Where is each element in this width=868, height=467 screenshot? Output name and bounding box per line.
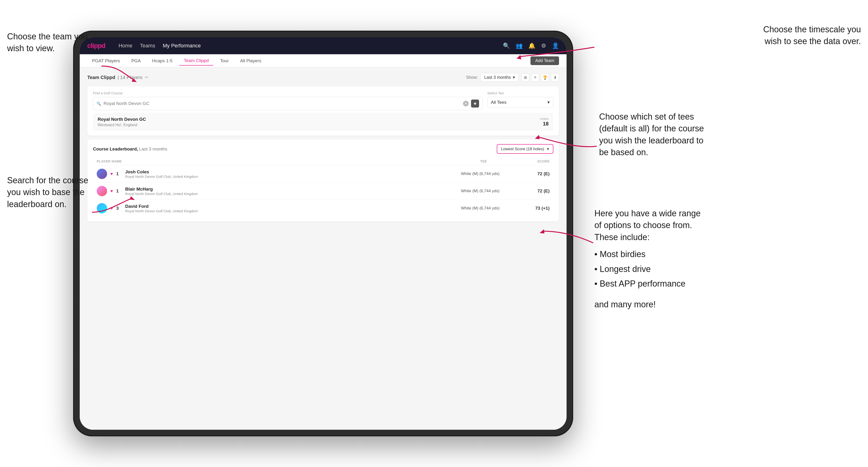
col-tee-header: TEE: [451, 159, 517, 163]
tablet-frame: clippd Home Teams My Performance 🔍 👥 🔔 ⚙…: [73, 31, 573, 436]
team-count: | 14 Players: [118, 75, 143, 80]
option-birdies: Most birdies: [594, 247, 701, 261]
rank: 1: [116, 171, 122, 177]
favorite-icon[interactable]: ♥: [111, 206, 113, 211]
show-label: Show:: [466, 75, 478, 80]
nav-teams[interactable]: Teams: [140, 43, 155, 49]
player-club: Royal North Devon Golf Club, United King…: [125, 209, 444, 213]
col-player-header: PLAYER NAME: [97, 159, 451, 163]
profile-icon[interactable]: 👤: [552, 42, 559, 49]
player-club: Royal North Devon Golf Club, United King…: [125, 175, 444, 179]
bell-icon[interactable]: 🔔: [528, 42, 535, 49]
team-name: Team Clippd: [87, 75, 115, 80]
show-controls: Show: Last 3 months ▾ ⊞ ≡ 🏆 ⬇: [466, 73, 559, 82]
show-select[interactable]: Last 3 months ▾: [481, 73, 519, 82]
option-drive: Longest drive: [594, 262, 701, 276]
col-score-header: SCORE: [517, 159, 550, 163]
tab-team-clippd[interactable]: Team Clippd: [179, 56, 214, 66]
search-section: Find a Golf Course 🔍 ✕ ★ Select Tee All …: [87, 86, 559, 135]
holes-label: Holes: [540, 117, 549, 121]
nav-my-performance[interactable]: My Performance: [163, 43, 201, 49]
chevron-down-icon: ▾: [513, 75, 515, 80]
score: 73 (+1): [517, 206, 550, 211]
options-list: Most birdies Longest drive Best APP perf…: [594, 247, 701, 291]
tee-info: White (M) (6,744 yds): [447, 189, 513, 193]
player-name: Blair McHarg: [125, 187, 444, 192]
view-icons: ⊞ ≡ 🏆 ⬇: [521, 73, 559, 81]
holes-badge: Holes 18: [540, 117, 549, 127]
tab-tour[interactable]: Tour: [215, 56, 234, 65]
player-name: David Ford: [125, 204, 444, 209]
annotation-bottom-left: Search for the courseyou wish to base th…: [7, 175, 88, 210]
find-course-label: Find a Golf Course: [93, 91, 483, 95]
course-search-field: Find a Golf Course 🔍 ✕ ★: [93, 91, 483, 110]
holes-number: 18: [540, 121, 549, 127]
search-icon[interactable]: 🔍: [503, 42, 510, 49]
annotation-bottom-right: Here you have a wide rangeof options to …: [594, 208, 701, 311]
tee-select-field: Select Tee All Tees ▾: [487, 91, 553, 107]
course-result[interactable]: Royal North Devon GC Westward Ho!, Engla…: [93, 113, 553, 131]
tab-pga[interactable]: PGA: [127, 56, 146, 65]
annotation-top-right: Choose the timescale youwish to see the …: [594, 24, 861, 48]
tee-select[interactable]: All Tees ▾: [487, 97, 553, 107]
table-row: ♥ 1 Blair McHarg Royal North Devon Golf …: [93, 183, 553, 200]
player-name: Josh Coles: [125, 169, 444, 175]
users-icon[interactable]: 👥: [516, 42, 523, 49]
annotation-top-left: Choose the team youwish to view.: [7, 31, 88, 55]
chevron-down-icon: ▾: [547, 147, 549, 151]
tab-pgat[interactable]: PGAT Players: [87, 56, 125, 65]
settings-icon[interactable]: ⚙: [541, 42, 546, 49]
search-icon: 🔍: [96, 101, 101, 106]
content-area: Team Clippd | 14 Players ✏ Show: Last 3 …: [80, 67, 566, 430]
avatar: [97, 168, 107, 179]
player-info: Blair McHarg Royal North Devon Golf Club…: [125, 187, 444, 196]
chevron-down-icon: ▾: [548, 99, 550, 105]
course-name: Royal North Devon GC: [98, 117, 146, 122]
tab-hcaps[interactable]: Hcaps 1-5: [148, 56, 177, 65]
trophy-view-button[interactable]: 🏆: [541, 73, 549, 81]
nav-bar: clippd Home Teams My Performance 🔍 👥 🔔 ⚙…: [80, 37, 566, 54]
course-search-input-row: 🔍 ✕ ★: [93, 97, 483, 110]
favorite-icon[interactable]: ♥: [111, 172, 113, 177]
leaderboard-section: Course Leaderboard, Last 3 months Lowest…: [87, 139, 559, 221]
score: 72 (E): [517, 171, 550, 177]
rank: 1: [116, 188, 122, 194]
player-info: David Ford Royal North Devon Golf Club, …: [125, 204, 444, 213]
team-title: Team Clippd | 14 Players ✏: [87, 75, 148, 80]
grid-view-button[interactable]: ⊞: [521, 73, 529, 81]
search-row: Find a Golf Course 🔍 ✕ ★ Select Tee All …: [93, 91, 553, 110]
nav-links: Home Teams My Performance: [118, 43, 493, 49]
score: 72 (E): [517, 188, 550, 194]
list-view-button[interactable]: ≡: [531, 73, 539, 81]
nav-icons: 🔍 👥 🔔 ⚙ 👤: [503, 42, 559, 49]
and-more: and many more!: [594, 299, 701, 310]
tab-all-players[interactable]: All Players: [236, 56, 266, 65]
course-location: Westward Ho!, England: [98, 123, 146, 127]
course-search-input[interactable]: [103, 101, 461, 106]
leaderboard-header: Course Leaderboard, Last 3 months Lowest…: [93, 144, 553, 154]
nav-home[interactable]: Home: [118, 43, 132, 49]
tee-info: White (M) (6,744 yds): [447, 172, 513, 176]
clear-button[interactable]: ✕: [463, 101, 469, 106]
rank: 3: [116, 206, 122, 211]
download-button[interactable]: ⬇: [551, 73, 559, 81]
tee-info: White (M) (6,744 yds): [447, 206, 513, 211]
team-header: Team Clippd | 14 Players ✏ Show: Last 3 …: [87, 73, 559, 82]
favorite-icon[interactable]: ♥: [111, 189, 113, 194]
option-app: Best APP performance: [594, 276, 701, 291]
avatar: [97, 186, 107, 196]
logo: clippd: [87, 42, 105, 50]
add-team-button[interactable]: Add Team: [530, 56, 559, 65]
player-info: Josh Coles Royal North Devon Golf Club, …: [125, 169, 444, 179]
edit-icon[interactable]: ✏: [145, 75, 148, 80]
leaderboard-filter[interactable]: Lowest Score (18 holes) ▾: [497, 144, 553, 154]
avatar: [97, 203, 107, 214]
favorite-button[interactable]: ★: [471, 99, 479, 107]
player-club: Royal North Devon Golf Club, United King…: [125, 192, 444, 196]
table-row: ♥ 3 David Ford Royal North Devon Golf Cl…: [93, 200, 553, 217]
table-row: ♥ 1 Josh Coles Royal North Devon Golf Cl…: [93, 165, 553, 183]
leaderboard-table-header: PLAYER NAME TEE SCORE: [93, 158, 553, 165]
annotation-mid-right: Choose which set of tees(default is all)…: [599, 111, 704, 158]
course-info: Royal North Devon GC Westward Ho!, Engla…: [98, 117, 146, 127]
sub-nav: PGAT Players PGA Hcaps 1-5 Team Clippd T…: [80, 54, 566, 67]
